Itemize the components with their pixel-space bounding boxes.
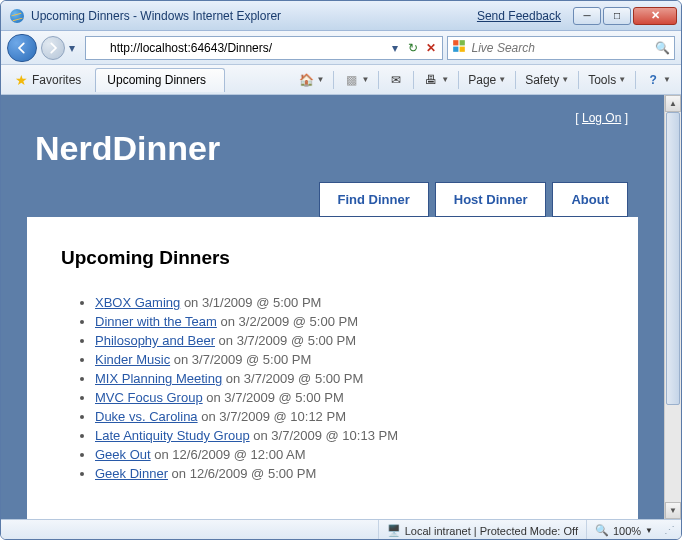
dinner-when: on 3/7/2009 @ 5:00 PM <box>170 352 311 367</box>
dinner-when: on 3/7/2009 @ 5:00 PM <box>215 333 356 348</box>
favorites-button[interactable]: ★ Favorites <box>7 70 89 90</box>
command-toolbar: ★ Favorites Upcoming Dinners 🏠▼ ▩▼ ✉ 🖶▼ … <box>1 65 681 95</box>
address-dropdown[interactable]: ▾ <box>386 41 404 55</box>
zoom-icon: 🔍 <box>595 524 609 537</box>
dinner-when: on 3/2/2009 @ 5:00 PM <box>217 314 358 329</box>
content-viewport: [ Log On ] NerdDinner Find Dinner Host D… <box>1 95 681 519</box>
star-icon: ★ <box>15 72 28 88</box>
browser-tab[interactable]: Upcoming Dinners <box>95 68 225 92</box>
dinner-item: Philosophy and Beer on 3/7/2009 @ 5:00 P… <box>95 333 604 348</box>
maximize-button[interactable]: □ <box>603 7 631 25</box>
svg-rect-1 <box>459 40 464 45</box>
zoom-control[interactable]: 🔍 100% ▼ <box>586 520 661 540</box>
forward-button[interactable] <box>41 36 65 60</box>
intranet-icon: 🖥️ <box>387 524 401 537</box>
rss-icon: ▩ <box>343 72 359 88</box>
status-bar: 🖥️ Local intranet | Protected Mode: Off … <box>1 519 681 540</box>
help-icon: ? <box>645 72 661 88</box>
refresh-button[interactable]: ↻ <box>404 41 422 55</box>
home-icon: 🏠 <box>298 72 314 88</box>
scroll-track[interactable] <box>665 112 681 502</box>
dinner-item: MIX Planning Meeting on 3/7/2009 @ 5:00 … <box>95 371 604 386</box>
help-button[interactable]: ?▼ <box>641 70 675 90</box>
page-menu[interactable]: Page▼ <box>464 71 510 89</box>
tab-title: Upcoming Dinners <box>107 73 206 87</box>
dinner-link[interactable]: Kinder Music <box>95 352 170 367</box>
nav-tabs: Find Dinner Host Dinner About <box>27 182 638 217</box>
site-brand: NerdDinner <box>35 129 638 168</box>
nav-toolbar: ▾ ▾ ↻ ✕ 🔍 <box>1 31 681 65</box>
scroll-thumb[interactable] <box>666 112 680 405</box>
dinner-link[interactable]: MVC Focus Group <box>95 390 203 405</box>
svg-rect-2 <box>453 47 458 52</box>
dinner-item: Late Antiquity Study Group on 3/7/2009 @… <box>95 428 604 443</box>
resize-grip[interactable]: ⋰ <box>661 524 675 537</box>
dinner-item: Duke vs. Carolina on 3/7/2009 @ 10:12 PM <box>95 409 604 424</box>
tab-find-dinner[interactable]: Find Dinner <box>319 182 429 217</box>
safety-menu[interactable]: Safety▼ <box>521 71 573 89</box>
minimize-button[interactable]: ─ <box>573 7 601 25</box>
zoom-dropdown-icon: ▼ <box>645 526 653 535</box>
dinner-link[interactable]: Philosophy and Beer <box>95 333 215 348</box>
page-content: [ Log On ] NerdDinner Find Dinner Host D… <box>1 95 664 519</box>
dinner-when: on 12/6/2009 @ 5:00 PM <box>168 466 316 481</box>
logon-link[interactable]: Log On <box>582 111 621 125</box>
dinner-when: on 12/6/2009 @ 12:00 AM <box>151 447 306 462</box>
dinner-link[interactable]: Duke vs. Carolina <box>95 409 198 424</box>
feeds-button[interactable]: ▩▼ <box>339 70 373 90</box>
stop-button[interactable]: ✕ <box>422 41 440 55</box>
dinner-link[interactable]: XBOX Gaming <box>95 295 180 310</box>
page-heading: Upcoming Dinners <box>61 247 604 269</box>
close-button[interactable]: ✕ <box>633 7 677 25</box>
dinner-when: on 3/7/2009 @ 5:00 PM <box>222 371 363 386</box>
window-title: Upcoming Dinners - Windows Internet Expl… <box>31 9 477 23</box>
search-go-button[interactable]: 🔍 <box>655 41 670 55</box>
svg-rect-0 <box>453 40 458 45</box>
nav-history-dropdown[interactable]: ▾ <box>69 41 81 55</box>
vertical-scrollbar[interactable]: ▲ ▼ <box>664 95 681 519</box>
scroll-up-button[interactable]: ▲ <box>665 95 681 112</box>
svg-rect-3 <box>459 47 464 52</box>
search-bar: 🔍 <box>447 36 675 60</box>
dinner-link[interactable]: Geek Dinner <box>95 466 168 481</box>
favorites-label: Favorites <box>32 73 81 87</box>
dinner-item: Dinner with the Team on 3/2/2009 @ 5:00 … <box>95 314 604 329</box>
security-zone[interactable]: 🖥️ Local intranet | Protected Mode: Off <box>378 520 586 540</box>
dinner-link[interactable]: Late Antiquity Study Group <box>95 428 250 443</box>
dinner-list: XBOX Gaming on 3/1/2009 @ 5:00 PMDinner … <box>61 295 604 481</box>
window-titlebar: Upcoming Dinners - Windows Internet Expl… <box>1 1 681 31</box>
tools-menu[interactable]: Tools▼ <box>584 71 630 89</box>
back-button[interactable] <box>7 34 37 62</box>
print-icon: 🖶 <box>423 72 439 88</box>
dinner-link[interactable]: MIX Planning Meeting <box>95 371 222 386</box>
tab-about[interactable]: About <box>552 182 628 217</box>
dinner-item: XBOX Gaming on 3/1/2009 @ 5:00 PM <box>95 295 604 310</box>
search-provider-icon <box>452 39 468 56</box>
dinner-when: on 3/7/2009 @ 10:13 PM <box>250 428 398 443</box>
print-button[interactable]: 🖶▼ <box>419 70 453 90</box>
scroll-down-button[interactable]: ▼ <box>665 502 681 519</box>
zoom-value: 100% <box>613 525 641 537</box>
mail-icon: ✉ <box>388 72 404 88</box>
dinner-when: on 3/1/2009 @ 5:00 PM <box>180 295 321 310</box>
dinner-item: Geek Dinner on 12/6/2009 @ 5:00 PM <box>95 466 604 481</box>
dinner-link[interactable]: Dinner with the Team <box>95 314 217 329</box>
dinner-item: Geek Out on 12/6/2009 @ 12:00 AM <box>95 447 604 462</box>
search-input[interactable] <box>472 41 655 55</box>
readmail-button[interactable]: ✉ <box>384 70 408 90</box>
dinner-item: MVC Focus Group on 3/7/2009 @ 5:00 PM <box>95 390 604 405</box>
dinner-item: Kinder Music on 3/7/2009 @ 5:00 PM <box>95 352 604 367</box>
dinner-when: on 3/7/2009 @ 10:12 PM <box>198 409 346 424</box>
url-input[interactable] <box>110 38 386 58</box>
send-feedback-link[interactable]: Send Feedback <box>477 9 561 23</box>
tab-host-dinner[interactable]: Host Dinner <box>435 182 547 217</box>
ie-favicon <box>9 8 25 24</box>
dinner-link[interactable]: Geek Out <box>95 447 151 462</box>
home-button[interactable]: 🏠▼ <box>294 70 328 90</box>
zone-text: Local intranet | Protected Mode: Off <box>405 525 578 537</box>
logon-area: [ Log On ] <box>27 105 638 125</box>
address-bar: ▾ ↻ ✕ <box>85 36 443 60</box>
dinner-when: on 3/7/2009 @ 5:00 PM <box>203 390 344 405</box>
